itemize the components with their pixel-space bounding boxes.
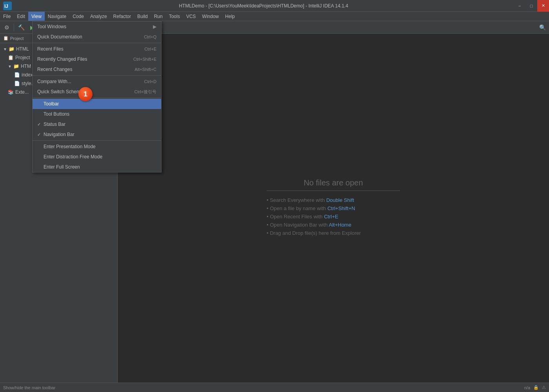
separator-1	[33, 43, 161, 43]
menu-recent-changes[interactable]: Recent Changes Alt+Shift+C	[33, 64, 161, 74]
menu-item-label: Status Bar	[44, 122, 65, 127]
menu-vcs[interactable]: VCS	[183, 12, 199, 21]
menu-recent-files[interactable]: Recent Files Ctrl+E	[33, 44, 161, 54]
menu-item-label: Enter Presentation Mode	[44, 144, 96, 149]
no-files-panel: No files are open • Search Everywhere wi…	[267, 178, 400, 238]
hint-open-file: • Open a file by name with Ctrl+Shift+N	[267, 205, 400, 211]
menu-edit[interactable]: Edit	[14, 12, 28, 21]
menu-recently-changed-files[interactable]: Recently Changed Files Ctrl+Shift+E	[33, 54, 161, 64]
file-icon-2: 📄	[14, 81, 20, 86]
sidebar-tab-label: Project	[10, 36, 24, 41]
quick-doc-shortcut: Ctrl+Q	[144, 34, 156, 39]
menu-help[interactable]: Help	[222, 12, 238, 21]
tree-label: HTM	[21, 64, 31, 69]
menu-item-label: Recent Changes	[37, 67, 72, 72]
menu-navigation-bar[interactable]: ✓ Navigation Bar	[33, 129, 161, 140]
menu-navigate[interactable]: Navigate	[45, 12, 69, 21]
menu-tool-buttons[interactable]: Tool Buttons	[33, 109, 161, 119]
tree-label: Exte...	[15, 89, 29, 95]
menu-tool-windows[interactable]: Tool Windows ▶	[33, 22, 161, 32]
menu-compare-with[interactable]: Compare With... Ctrl+D	[33, 76, 161, 87]
hint-open-text: Open a file by name with	[270, 205, 327, 211]
close-button[interactable]: ✕	[537, 0, 549, 12]
menu-enter-distraction-free[interactable]: Enter Distraction Free Mode	[33, 152, 161, 162]
status-lock-icon: 🔒	[533, 385, 539, 390]
maximize-button[interactable]: □	[525, 0, 537, 12]
menu-quick-documentation[interactable]: Quick Documentation Ctrl+Q	[33, 32, 161, 42]
tree-arrow: ▼	[8, 64, 12, 69]
menu-tools[interactable]: Tools	[166, 12, 183, 21]
menu-toolbar[interactable]: Toolbar	[33, 99, 161, 109]
title-left: IJ	[0, 2, 13, 10]
minimize-button[interactable]: −	[514, 0, 525, 12]
menu-view[interactable]: View	[28, 12, 45, 21]
recent-files-shortcut: Ctrl+E	[144, 47, 156, 51]
hint-drag-drop: • Drag and Drop file(s) here from Explor…	[267, 230, 400, 236]
recent-changes-shortcut: Alt+Shift+C	[135, 67, 156, 72]
menu-item-label: Enter Distraction Free Mode	[44, 154, 102, 160]
menu-code[interactable]: Code	[69, 12, 87, 21]
hint-nav-bar: • Open Navigation Bar with Alt+Home	[267, 222, 400, 228]
no-files-title: No files are open	[267, 178, 400, 191]
tree-arrow: ▼	[3, 47, 7, 51]
submenu-arrow-icon: ▶	[153, 24, 156, 29]
compare-shortcut: Ctrl+D	[144, 79, 156, 84]
menu-item-label: Recent Files	[37, 46, 64, 52]
toolbar-sep-1	[14, 24, 14, 31]
hint-recent-files: • Open Recent Files with Ctrl+E	[267, 214, 400, 220]
menu-file[interactable]: File	[0, 12, 14, 21]
hint-search-text: Search Everywhere with	[270, 197, 326, 203]
menu-analyze[interactable]: Analyze	[87, 12, 110, 21]
menu-window[interactable]: Window	[199, 12, 222, 21]
status-bar-checkmark: ✓	[37, 122, 44, 127]
folder-icon-2: 📁	[13, 64, 19, 69]
menu-item-label: Navigation Bar	[44, 132, 75, 137]
file-icon: 📄	[14, 72, 20, 78]
quick-switch-shortcut: Ctrl+後引号	[134, 89, 156, 95]
menu-enter-full-screen[interactable]: Enter Full Screen	[33, 162, 161, 172]
tree-label: Project	[15, 55, 30, 60]
view-dropdown-menu: Tool Windows ▶ Quick Documentation Ctrl+…	[32, 21, 162, 172]
hint-search-shortcut: Double Shift	[326, 197, 354, 203]
badge-number-1: 1	[78, 87, 93, 101]
separator-3	[33, 98, 161, 98]
project-icon: 📋	[3, 36, 9, 41]
hint-nav-text: Open Navigation Bar with	[270, 222, 329, 228]
project-file-icon: 📋	[8, 55, 14, 60]
toolbar-settings-btn[interactable]: ⚙	[2, 22, 12, 33]
editor-area: No files are open • Search Everywhere wi…	[118, 34, 549, 383]
menu-build[interactable]: Build	[134, 12, 151, 21]
status-bar: Show/hide the main toolbar n/a 🔒 ⚠	[0, 383, 549, 392]
hint-search: • Search Everywhere with Double Shift	[267, 197, 400, 203]
menu-bar: File Edit View Navigate Code Analyze Ref…	[0, 12, 549, 21]
toolbar-search-btn[interactable]: 🔍	[537, 22, 547, 33]
menu-item-label: Toolbar	[44, 101, 59, 107]
svg-text:IJ: IJ	[4, 4, 8, 9]
menu-quick-switch-scheme[interactable]: Quick Switch Scheme... Ctrl+後引号	[33, 87, 161, 97]
hint-open-shortcut: Ctrl+Shift+N	[327, 205, 355, 211]
hint-recent-text: Open Recent Files with	[270, 214, 324, 220]
menu-item-label: Tool Buttons	[44, 111, 69, 117]
hint-recent-shortcut: Ctrl+E	[324, 214, 338, 220]
menu-status-bar[interactable]: ✓ Status Bar	[33, 119, 161, 129]
nav-bar-checkmark: ✓	[37, 132, 44, 137]
status-naver: n/a	[524, 385, 530, 390]
menu-item-label: Quick Documentation	[37, 34, 82, 40]
folder-icon: 📁	[9, 46, 15, 52]
title-bar: IJ HTMLDemo - [C:\Users\YouMeek\IdeaProj…	[0, 0, 549, 12]
recently-changed-shortcut: Ctrl+Shift+E	[133, 57, 156, 62]
menu-item-label: Recently Changed Files	[37, 56, 87, 62]
menu-run[interactable]: Run	[151, 12, 166, 21]
status-warn-icon: ⚠	[542, 385, 546, 390]
toolbar-build-btn[interactable]: 🔨	[16, 22, 26, 33]
hint-nav-shortcut: Alt+Home	[329, 222, 351, 228]
menu-enter-presentation-mode[interactable]: Enter Presentation Mode	[33, 142, 161, 152]
app-icon: IJ	[3, 2, 12, 10]
tree-label: HTML	[16, 46, 29, 52]
separator-2	[33, 75, 161, 76]
separator-4	[33, 140, 161, 141]
menu-item-label: Tool Windows	[37, 24, 66, 29]
menu-refactor[interactable]: Refactor	[110, 12, 134, 21]
status-message: Show/hide the main toolbar	[3, 385, 55, 390]
hint-drag-text: Drag and Drop file(s) here from Explorer	[270, 230, 361, 236]
